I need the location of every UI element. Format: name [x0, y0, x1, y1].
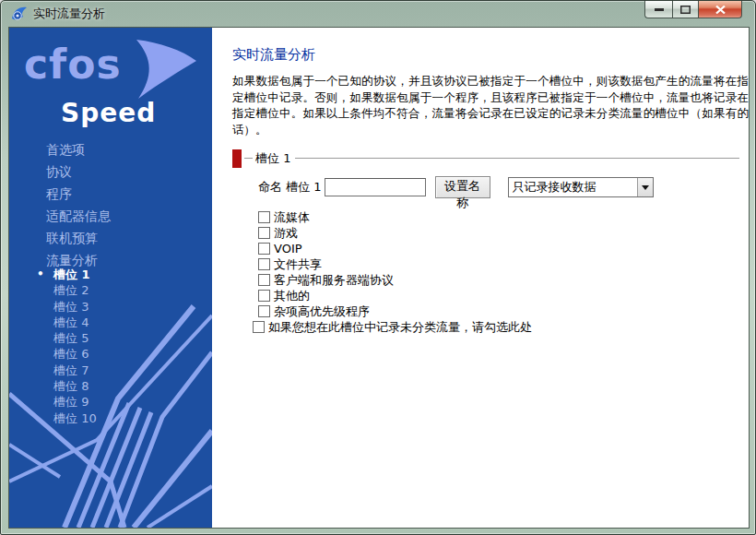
slot-section-header: 槽位 1 — [232, 149, 739, 168]
titlebar: 实时流量分析 — [1, 1, 755, 27]
checkbox-row-games[interactable]: 游戏 — [258, 225, 532, 241]
checkbox-icon[interactable] — [253, 321, 265, 333]
checkbox-icon[interactable] — [258, 243, 270, 255]
description-text: 如果数据包属于一个已知的协议，并且该协议已被指定于一个槽位中，则该数据包产生的流… — [232, 73, 749, 137]
sidebar-item-adapter-info[interactable]: 适配器信息 — [9, 205, 212, 227]
cfosspeed-logo: cfos Speed — [9, 28, 212, 138]
checkbox-icon[interactable] — [258, 258, 270, 270]
checkbox-row-file-sharing[interactable]: 文件共享 — [258, 256, 532, 272]
sidebar-item-preferences[interactable]: 首选项 — [9, 138, 212, 160]
sidebar: cfos Speed 首选项 协议 程序 适配器信息 联机预算 流量分析 槽位 … — [9, 28, 212, 528]
slot-section-legend: 槽位 1 — [253, 150, 295, 167]
checkbox-label: 流媒体 — [274, 209, 310, 226]
chevron-down-icon[interactable] — [637, 178, 653, 196]
maximize-button[interactable] — [672, 1, 699, 18]
checkbox-row-misc-high-priority[interactable]: 杂项高优先级程序 — [258, 303, 532, 319]
sidebar-item-protocols[interactable]: 协议 — [9, 160, 212, 183]
sidebar-item-slot-3[interactable]: 槽位 3 — [9, 299, 212, 315]
main-content: 实时流量分析 如果数据包属于一个已知的协议，并且该协议已被指定于一个槽位中，则该… — [212, 28, 749, 528]
checkbox-label: 文件共享 — [274, 256, 322, 273]
record-mode-selected-value: 只记录接收数据 — [509, 179, 637, 196]
traffic-category-checklist: 流媒体 游戏 VOIP 文件共享 客户端和服务器端协议 — [258, 209, 532, 335]
close-icon — [715, 6, 726, 14]
logo-text-cfos: cfos — [24, 41, 122, 88]
set-name-button[interactable]: 设置名称 — [435, 176, 490, 198]
sidebar-item-programs[interactable]: 程序 — [9, 183, 212, 205]
checkbox-row-others[interactable]: 其他的 — [258, 288, 532, 303]
name-slot-label: 命名 槽位 1 — [258, 179, 322, 196]
divider — [244, 158, 253, 159]
minimize-button[interactable] — [644, 1, 672, 18]
sidebar-item-slot-10[interactable]: 槽位 10 — [9, 410, 212, 426]
checkbox-label: 客户端和服务器端协议 — [274, 272, 394, 289]
checkbox-label: 其他的 — [274, 288, 310, 304]
checkbox-row-streaming[interactable]: 流媒体 — [258, 209, 532, 225]
window-controls — [644, 1, 742, 18]
sidebar-item-slot-5[interactable]: 槽位 5 — [9, 330, 212, 346]
checkbox-icon[interactable] — [258, 211, 270, 223]
sidebar-slot-list: 槽位 1 槽位 2 槽位 3 槽位 4 槽位 5 槽位 6 槽位 7 槽位 8 … — [9, 267, 212, 426]
checkbox-row-client-server-protocols[interactable]: 客户端和服务器端协议 — [258, 272, 532, 288]
sidebar-item-slot-1[interactable]: 槽位 1 — [9, 267, 212, 282]
close-button[interactable] — [699, 1, 742, 18]
red-marker-icon — [232, 149, 242, 168]
checkbox-label: VOIP — [274, 242, 302, 256]
page-title: 实时流量分析 — [232, 46, 315, 64]
cfos-swoosh-icon — [132, 39, 198, 100]
window-body: cfos Speed 首选项 协议 程序 适配器信息 联机预算 流量分析 槽位 … — [8, 27, 750, 529]
sidebar-item-online-budget[interactable]: 联机预算 — [9, 227, 212, 249]
app-window: 实时流量分析 — [0, 0, 756, 535]
checkbox-icon[interactable] — [258, 305, 270, 317]
minimize-icon — [655, 7, 664, 11]
sidebar-item-slot-7[interactable]: 槽位 7 — [9, 363, 212, 378]
checkbox-label: 游戏 — [274, 225, 298, 242]
maximize-icon — [680, 6, 691, 14]
slot-name-form: 命名 槽位 1 设置名称 只记录接收数据 — [258, 175, 654, 199]
app-icon — [11, 6, 28, 22]
sidebar-menu: 首选项 协议 程序 适配器信息 联机预算 流量分析 — [9, 138, 212, 271]
sidebar-item-slot-6[interactable]: 槽位 6 — [9, 346, 212, 362]
checkbox-row-unclassified-traffic[interactable]: 如果您想在此槽位中记录未分类流量，请勾选此处 — [253, 319, 532, 335]
checkbox-icon[interactable] — [258, 227, 270, 239]
checkbox-icon[interactable] — [258, 290, 270, 302]
sidebar-item-slot-8[interactable]: 槽位 8 — [9, 378, 212, 394]
sidebar-item-slot-4[interactable]: 槽位 4 — [9, 315, 212, 330]
logo-text-speed: Speed — [61, 98, 156, 128]
sidebar-item-slot-9[interactable]: 槽位 9 — [9, 394, 212, 410]
checkbox-label: 如果您想在此槽位中记录未分类流量，请勾选此处 — [268, 319, 532, 336]
checkbox-label: 杂项高优先级程序 — [274, 303, 370, 320]
checkbox-row-voip[interactable]: VOIP — [258, 241, 532, 256]
record-mode-select[interactable]: 只记录接收数据 — [508, 177, 654, 197]
sidebar-item-slot-2[interactable]: 槽位 2 — [9, 282, 212, 298]
checkbox-icon[interactable] — [258, 274, 270, 286]
slot-name-input[interactable] — [325, 178, 426, 196]
divider — [295, 158, 739, 159]
window-title: 实时流量分析 — [33, 6, 105, 22]
